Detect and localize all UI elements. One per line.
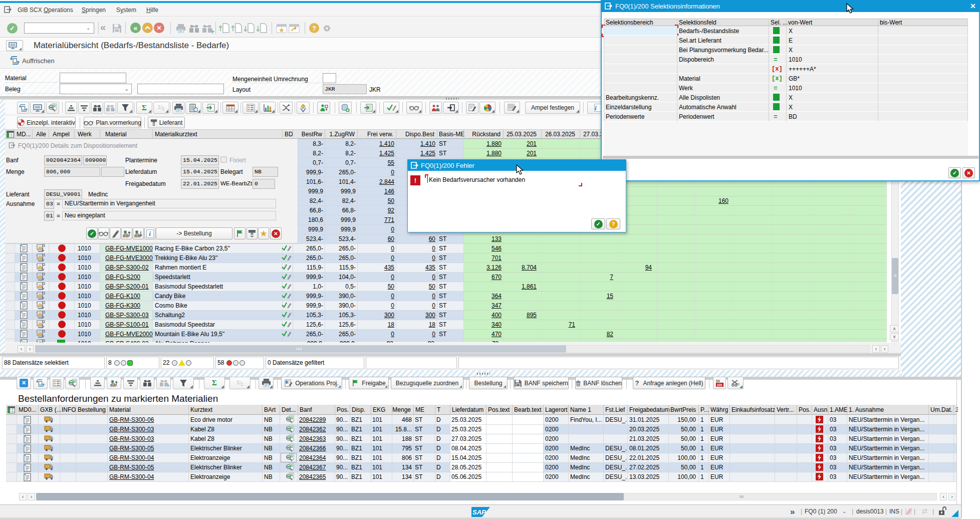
svg-text:b: b — [738, 382, 740, 386]
svg-text:100: 100 — [716, 383, 722, 387]
svg-text:SAP: SAP — [472, 508, 486, 516]
svg-text:$¥: $¥ — [716, 379, 720, 383]
